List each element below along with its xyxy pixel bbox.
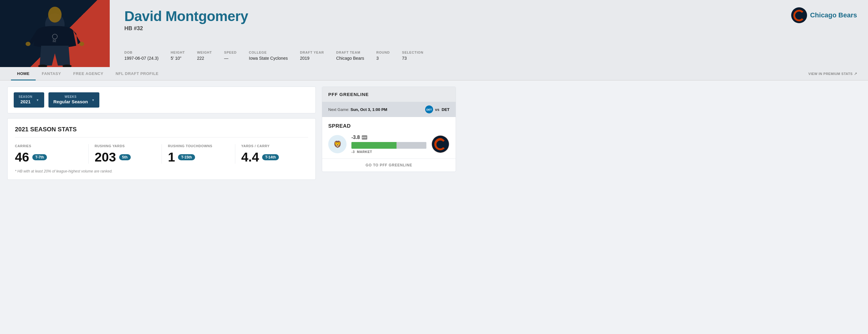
tab-home[interactable]: HOME [11, 67, 36, 81]
player-meta: DOB 1997-06-07 (24.3) HEIGHT 5' 10" WEIG… [124, 51, 857, 61]
stat-yards-carry-badge: T-14th [262, 154, 279, 160]
main-layout: SEASON 2021 ▼ WEEKS Regular Season ▼ 202… [0, 81, 463, 186]
spread-market-label: -3 MARKET [351, 150, 426, 154]
meta-dob: DOB 1997-06-07 (24.3) [124, 51, 158, 61]
bears-logo-icon [791, 7, 807, 23]
svg-text:32: 32 [53, 39, 56, 43]
spread-title: SPREAD [328, 123, 450, 129]
tab-free-agency[interactable]: FREE AGENCY [67, 67, 110, 81]
stat-rushing-td-value-row: 1 T-15th [168, 151, 229, 164]
spread-bears-logo-icon [431, 135, 450, 153]
premium-stats-link[interactable]: VIEW IN PREMIUM STATS ↗ [808, 71, 857, 76]
greenline-header: PFF GREENLINE [322, 87, 456, 102]
player-info: David Montgomery HB #32 DOB 1997-06-07 (… [110, 0, 868, 67]
external-link-icon: ↗ [854, 71, 857, 76]
stat-rushing-yards-value-row: 203 5th [95, 151, 156, 164]
svg-point-1 [48, 7, 62, 23]
meta-weight: WEIGHT 222 [197, 51, 212, 61]
meta-draft-team: DRAFT TEAM Chicago Bears [336, 51, 364, 61]
spread-value: -3.8 PFF [351, 135, 426, 140]
player-header: 32 David Montgomery HB #32 DOB 1997-06-0… [0, 0, 868, 67]
spread-bar-container [351, 142, 426, 149]
stat-carries-label: CARRIES [15, 144, 82, 148]
sidebar-right: PFF GREENLINE Next Game: Sun, Oct 3, 1:0… [322, 87, 456, 180]
meta-selection: SELECTION 73 [402, 51, 423, 61]
stat-rushing-yards: RUSHING YARDS 203 5th [88, 144, 162, 164]
stat-rushing-td: RUSHING TOUCHDOWNS 1 T-15th [161, 144, 235, 164]
stat-yards-carry-value-row: 4.4 T-14th [241, 151, 302, 164]
spread-bars: -3.8 PFF -3 MARKET [351, 135, 426, 154]
greenline-card: PFF GREENLINE Next Game: Sun, Oct 3, 1:0… [322, 87, 456, 172]
player-silhouette: 32 [12, 6, 97, 67]
stat-yards-carry-label: YARDS / CARRY [241, 144, 302, 148]
svg-point-4 [26, 42, 30, 46]
next-game-row: Next Game: Sun, Oct 3, 1:00 PM DET vs DE… [322, 102, 456, 117]
stat-carries-number: 46 [15, 151, 29, 164]
vs-badge: DET vs DET [425, 105, 450, 113]
greenline-footer-link[interactable]: GO TO PFF GREENLINE [322, 158, 456, 172]
svg-text:🦁: 🦁 [334, 140, 342, 148]
season-dropdown-arrow: ▼ [36, 98, 39, 102]
stat-rushing-td-label: RUSHING TOUCHDOWNS [168, 144, 229, 148]
stats-footnote: * HB with at least 20% of league-highest… [15, 169, 308, 173]
svg-text:DET: DET [426, 108, 432, 111]
player-position: HB #32 [124, 25, 857, 32]
stat-carries: CARRIES 46 T-7th [15, 144, 88, 164]
stat-carries-value-row: 46 T-7th [15, 151, 82, 164]
lions-logo-icon: DET [425, 105, 433, 113]
tab-fantasy[interactable]: FANTASY [36, 67, 67, 81]
nav-tabs: HOME FANTASY FREE AGENCY NFL DRAFT PROFI… [0, 67, 868, 81]
meta-draft-year: DRAFT YEAR 2019 [300, 51, 324, 61]
meta-college: COLLEGE Iowa State Cyclones [249, 51, 288, 61]
stat-rushing-yards-badge: 5th [119, 154, 131, 160]
weeks-dropdown-arrow: ▼ [91, 98, 94, 102]
tab-nfl-draft[interactable]: NFL DRAFT PROFILE [110, 67, 164, 81]
weeks-dropdown[interactable]: WEEKS Regular Season ▼ [49, 92, 99, 108]
spread-bar-fill [351, 142, 397, 149]
stat-yards-carry: YARDS / CARRY 4.4 T-14th [235, 144, 308, 164]
spread-lions-logo-icon: 🦁 [328, 135, 346, 153]
meta-speed: SPEED — [224, 51, 237, 61]
meta-round: ROUND 3 [376, 51, 390, 61]
main-content: SEASON 2021 ▼ WEEKS Regular Season ▼ 202… [7, 87, 316, 180]
stat-yards-carry-number: 4.4 [241, 151, 259, 164]
stat-rushing-td-badge: T-15th [178, 154, 195, 160]
stats-grid: CARRIES 46 T-7th RUSHING YARDS 203 5th R… [15, 144, 308, 164]
stats-card-title: 2021 SEASON STATS [15, 126, 308, 138]
player-image-area: 32 [0, 0, 110, 67]
controls-bar: SEASON 2021 ▼ WEEKS Regular Season ▼ [7, 87, 316, 113]
player-photo: 32 [9, 3, 100, 67]
stat-rushing-yards-label: RUSHING YARDS [95, 144, 156, 148]
stat-rushing-td-number: 1 [168, 151, 175, 164]
team-badge[interactable]: Chicago Bears [791, 7, 857, 23]
spread-section: SPREAD 🦁 -3.8 PFF [322, 117, 456, 158]
spread-visual: 🦁 -3.8 PFF -3 MARKET [328, 135, 450, 154]
stats-card: 2021 SEASON STATS CARRIES 46 T-7th RUSHI… [7, 118, 316, 180]
stat-carries-badge: T-7th [32, 154, 47, 160]
pff-icon: PFF [362, 135, 367, 140]
stat-rushing-yards-number: 203 [95, 151, 116, 164]
team-name: Chicago Bears [810, 11, 857, 19]
meta-height: HEIGHT 5' 10" [171, 51, 185, 61]
season-dropdown[interactable]: SEASON 2021 ▼ [14, 92, 44, 108]
svg-point-5 [79, 42, 84, 46]
player-name: David Montgomery [124, 8, 857, 24]
